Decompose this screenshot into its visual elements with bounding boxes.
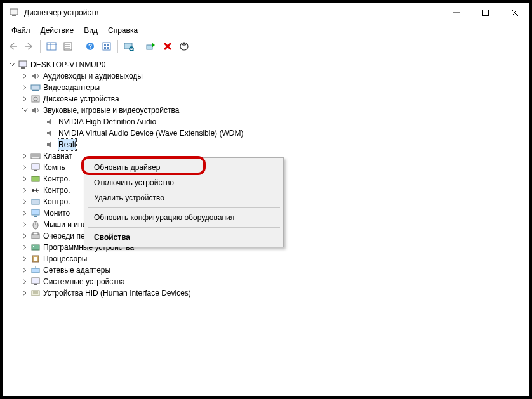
tree-item-video[interactable]: Видеоадаптеры <box>6 82 529 93</box>
svg-rect-21 <box>107 47 109 49</box>
svg-rect-57 <box>34 284 37 285</box>
tree-item-hid[interactable]: Устройства HID (Human Interface Devices) <box>6 287 529 299</box>
menu-help[interactable]: Справка <box>103 25 143 36</box>
ctx-properties[interactable]: Свойства <box>86 230 281 245</box>
speaker-icon <box>30 71 41 81</box>
software-device-icon <box>30 242 41 252</box>
maximize-button[interactable] <box>471 3 500 23</box>
svg-rect-54 <box>32 268 39 273</box>
collapse-icon[interactable] <box>20 106 29 115</box>
enable-device-button[interactable] <box>143 39 159 54</box>
context-menu: Обновить драйвер Отключить устройство Уд… <box>84 157 284 247</box>
root-label: DESKTOP-VTNMUP0 <box>30 59 105 70</box>
update-driver-button[interactable] <box>176 39 192 54</box>
svg-rect-8 <box>47 43 56 50</box>
expand-icon[interactable] <box>20 266 29 275</box>
expand-icon[interactable] <box>8 60 17 69</box>
tree-item-net[interactable]: Сетевые адаптеры <box>6 265 529 276</box>
svg-rect-31 <box>31 85 40 89</box>
action-button[interactable] <box>99 39 114 54</box>
tree-item-nvidia-hd[interactable]: NVIDIA High Definition Audio <box>6 116 529 128</box>
close-button[interactable] <box>500 3 529 23</box>
expand-icon[interactable] <box>20 243 29 252</box>
menu-view[interactable]: Вид <box>79 25 103 36</box>
svg-rect-43 <box>32 199 39 204</box>
tree-item-disk[interactable]: Дисковые устройства <box>6 93 529 105</box>
display-adapter-icon <box>30 82 41 93</box>
printer-icon <box>30 231 41 241</box>
window-title: Диспетчер устройств <box>24 8 442 17</box>
monitor-icon <box>30 208 41 218</box>
svg-rect-22 <box>124 43 132 49</box>
toolbar: ? <box>3 37 529 55</box>
svg-rect-25 <box>147 45 152 49</box>
cpu-icon <box>30 254 41 264</box>
speaker-icon <box>46 128 56 138</box>
network-icon <box>30 265 41 275</box>
storage-controller-icon <box>30 174 41 184</box>
expand-icon[interactable] <box>20 163 29 172</box>
svg-line-24 <box>133 50 134 51</box>
ctx-separator <box>88 227 280 228</box>
show-hide-tree-button[interactable] <box>44 39 59 54</box>
usb-icon <box>30 185 41 195</box>
expand-icon[interactable] <box>20 232 29 240</box>
svg-rect-49 <box>33 232 38 235</box>
expand-icon[interactable] <box>20 209 29 218</box>
expand-icon[interactable] <box>20 83 29 92</box>
expand-icon[interactable] <box>20 277 29 286</box>
expand-icon[interactable] <box>20 254 29 263</box>
tree-item-system[interactable]: Системные устройства <box>6 276 529 287</box>
speaker-icon <box>30 105 41 115</box>
expand-icon[interactable] <box>20 72 29 81</box>
tree-item-audio-io[interactable]: Аудиовходы и аудиовыходы <box>6 70 529 82</box>
svg-text:?: ? <box>88 43 92 50</box>
expand-icon[interactable] <box>20 220 29 229</box>
disk-icon <box>30 94 41 104</box>
menu-action[interactable]: Действие <box>36 25 79 36</box>
svg-rect-17 <box>103 43 110 50</box>
menu-bar: Файл Действие Вид Справка <box>3 23 529 37</box>
svg-rect-19 <box>107 44 109 46</box>
svg-rect-39 <box>34 170 37 171</box>
svg-rect-40 <box>32 176 39 181</box>
svg-rect-0 <box>10 9 18 15</box>
ctx-disable-device[interactable]: Отключить устройство <box>86 175 281 190</box>
ctx-uninstall-device[interactable]: Удалить устройство <box>86 190 281 206</box>
tree-item-nvidia-virtual[interactable]: NVIDIA Virtual Audio Device (Wave Extens… <box>6 128 529 139</box>
system-device-icon <box>30 277 41 287</box>
svg-rect-44 <box>32 209 39 215</box>
forward-button[interactable] <box>22 39 37 54</box>
expand-icon[interactable] <box>20 186 29 195</box>
expand-icon[interactable] <box>20 289 29 298</box>
minimize-button[interactable] <box>442 3 471 23</box>
back-button[interactable] <box>5 39 20 54</box>
status-bar <box>5 369 527 394</box>
svg-rect-56 <box>32 278 39 284</box>
tree-item-cpu[interactable]: Процессоры <box>6 253 529 265</box>
svg-rect-45 <box>34 216 37 217</box>
svg-rect-38 <box>32 164 39 169</box>
menu-file[interactable]: Файл <box>6 25 36 36</box>
svg-rect-3 <box>483 10 489 16</box>
svg-rect-53 <box>34 257 37 261</box>
expand-icon[interactable] <box>20 197 29 206</box>
uninstall-device-button[interactable] <box>160 39 175 54</box>
svg-rect-30 <box>21 67 25 69</box>
properties-button[interactable] <box>60 39 76 54</box>
scan-hardware-button[interactable] <box>121 39 136 54</box>
computer-icon <box>30 162 41 173</box>
computer-icon <box>18 60 28 70</box>
tree-item-realtek[interactable]: Realt <box>6 139 529 150</box>
expand-icon[interactable] <box>20 152 29 160</box>
tree-root[interactable]: DESKTOP-VTNMUP0 <box>6 59 529 70</box>
ctx-update-driver[interactable]: Обновить драйвер <box>86 160 281 175</box>
ctx-scan-hardware[interactable]: Обновить конфигурацию оборудования <box>86 210 281 225</box>
tree-item-sound[interactable]: Звуковые, игровые и видеоустройства <box>6 105 529 116</box>
window-controls <box>442 3 529 23</box>
ctx-separator <box>88 207 280 208</box>
speaker-icon <box>46 140 56 150</box>
help-button[interactable]: ? <box>83 39 98 54</box>
expand-icon[interactable] <box>20 174 29 183</box>
expand-icon[interactable] <box>20 95 29 103</box>
